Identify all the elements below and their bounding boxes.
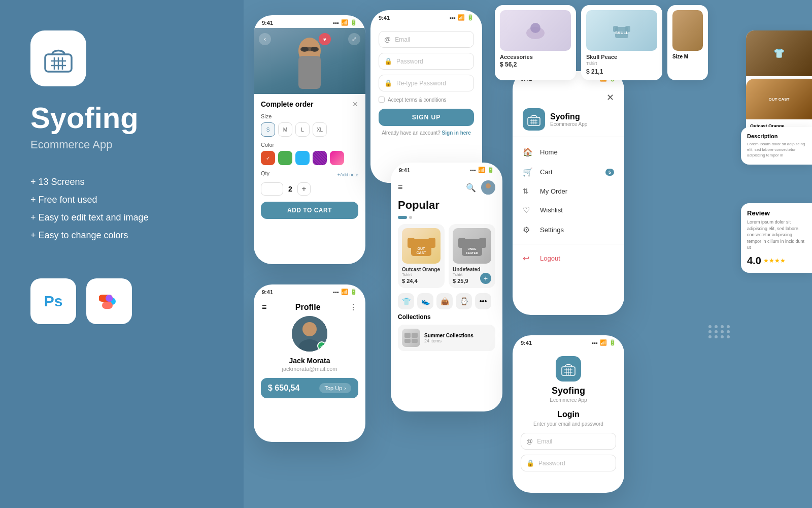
- verified-icon: ✓: [317, 341, 326, 351]
- hamburger-icon[interactable]: ≡: [398, 183, 402, 192]
- search-icon[interactable]: 🔍: [466, 183, 476, 193]
- back-btn[interactable]: ‹: [259, 33, 271, 45]
- order-icon: ⇅: [523, 187, 533, 195]
- category-icons: 👕 👟 👜 ⌚ •••: [391, 293, 502, 313]
- svg-point-20: [484, 189, 493, 195]
- collection-item[interactable]: Summer Collections 24 items: [398, 325, 495, 351]
- terms-checkbox[interactable]: [379, 97, 385, 103]
- dot-1[interactable]: [409, 216, 412, 219]
- figma-badge: [86, 278, 132, 324]
- password-field[interactable]: 🔒 Password: [379, 53, 474, 70]
- svg-point-19: [486, 183, 491, 188]
- nav-settings-label: Settings: [540, 226, 564, 234]
- sidebar-brand-name: Syofing: [550, 112, 587, 121]
- cat-shoes[interactable]: 👟: [417, 293, 433, 309]
- color-orange[interactable]: ✓: [261, 151, 275, 165]
- feature-2: + Free font used: [30, 195, 213, 205]
- svg-rect-22: [408, 238, 415, 248]
- color-pink[interactable]: [330, 151, 344, 165]
- phone-profile: 9:41 ▪▪▪ 📶 🔋 ≡ Profile ⋮ ✓ Jack Morata: [254, 284, 365, 442]
- email-placeholder: Email: [395, 36, 410, 43]
- qty-plus-btn[interactable]: +: [297, 182, 311, 196]
- qty-minus-box[interactable]: [261, 182, 283, 196]
- profile-more-icon[interactable]: ⋮: [349, 302, 357, 312]
- nav-settings[interactable]: ⚙ Settings: [513, 220, 624, 240]
- tool-badges: Ps: [30, 278, 213, 324]
- product-outcast[interactable]: OUT CAST Outcast Orange Tshirt $ 24,4: [398, 224, 445, 288]
- dot-active[interactable]: [398, 216, 407, 219]
- review-title: Review: [747, 209, 806, 217]
- header-icons: 🔍: [466, 180, 495, 195]
- app-subtitle: Ecommerce App: [30, 138, 213, 151]
- nav-cart-label: Cart: [540, 168, 553, 176]
- size-xl[interactable]: XL: [313, 122, 327, 137]
- order-title: Complete order: [261, 100, 313, 108]
- color-blue[interactable]: [295, 151, 310, 165]
- lock-icon: 🔒: [384, 57, 392, 65]
- size-label: Size: [261, 113, 358, 119]
- login-content: Syofing Ecommerce App Login Enter your e…: [513, 348, 624, 485]
- svg-rect-15: [298, 56, 321, 89]
- product-card-accessories: Accessories $ 56,2: [495, 5, 576, 80]
- cart-icon: 🛒: [523, 167, 533, 177]
- login-brand-icon: [556, 356, 581, 382]
- add-to-cart-btn[interactable]: ADD TO CART: [261, 202, 358, 219]
- svg-text:SKULL: SKULL: [615, 30, 629, 35]
- logout-icon: ↩: [523, 253, 533, 263]
- login-password-field[interactable]: 🔒 Password: [521, 455, 616, 471]
- nav-logout[interactable]: ↩ Logout: [513, 248, 624, 268]
- product-card-skull: SKULL Skull Peace Tshirt $ 21,1: [581, 5, 662, 80]
- phone-login: 9:41 ▪▪▪ 📶 🔋 Syofing Ecommerc: [513, 335, 624, 493]
- sidebar-brand-sub: Ecommerce App: [550, 121, 587, 127]
- collection-name: Summer Collections: [424, 333, 473, 338]
- popular-status-bar: 9:41 ▪▪▪ 📶 🔋: [391, 163, 502, 175]
- email-field[interactable]: @ Email: [379, 31, 474, 48]
- nav-myorder[interactable]: ⇅ My Order: [513, 182, 624, 200]
- color-section: Color ✓: [261, 142, 358, 165]
- cat-bag[interactable]: 👜: [436, 293, 453, 309]
- topup-button[interactable]: Top Up ›: [319, 383, 351, 393]
- login-email-field[interactable]: @ Email: [521, 433, 616, 450]
- size-l[interactable]: L: [295, 122, 310, 137]
- home-icon: 🏠: [523, 147, 533, 157]
- product-undefeated[interactable]: UNDE FEATED Undefeated Tshirt $ 25,9 +: [449, 224, 495, 288]
- nav-home[interactable]: 🏠 Home: [513, 142, 624, 162]
- desc-title: Description: [747, 133, 806, 139]
- color-green[interactable]: [278, 151, 292, 165]
- size-options: S M L XL: [261, 122, 358, 137]
- sidebar-close-btn[interactable]: ✕: [606, 92, 614, 103]
- user-avatar[interactable]: [481, 180, 495, 195]
- add-note[interactable]: +Add note: [337, 172, 358, 177]
- color-label: Color: [261, 142, 358, 148]
- retype-placeholder: Re-type Password: [396, 80, 446, 87]
- photoshop-badge: Ps: [30, 278, 76, 324]
- nav-cart[interactable]: 🛒 Cart 5: [513, 162, 624, 182]
- screens-area: Accessories $ 56,2 SKULL Skull Peace Tsh…: [244, 0, 812, 508]
- cat-more[interactable]: •••: [475, 293, 491, 309]
- retype-password-field[interactable]: 🔒 Re-type Password: [379, 75, 474, 91]
- signin-link[interactable]: Sign in here: [442, 130, 471, 136]
- login-email-icon: @: [526, 437, 533, 445]
- expand-btn[interactable]: ⤢: [348, 33, 360, 45]
- svg-text:UNDE: UNDE: [467, 247, 476, 250]
- wishlist-btn[interactable]: ♥: [319, 33, 331, 45]
- signup-btn[interactable]: SIGN UP: [379, 109, 474, 126]
- menu-icon-profile[interactable]: ≡: [262, 303, 266, 312]
- card-1-category: Accessories: [500, 54, 571, 60]
- review-stars: ★★★★: [763, 257, 786, 264]
- feature-3: + Easy to edit text and image: [30, 212, 213, 223]
- close-order-btn[interactable]: ✕: [352, 100, 358, 108]
- login-title: Login: [557, 410, 580, 419]
- terms-text: Accept terms & conditions: [388, 97, 447, 103]
- cat-shirt[interactable]: 👕: [398, 293, 414, 309]
- svg-rect-23: [428, 238, 435, 248]
- svg-rect-32: [412, 333, 418, 338]
- cat-watch[interactable]: ⌚: [456, 293, 472, 309]
- collection-thumb: [402, 329, 420, 347]
- nav-wishlist[interactable]: ♡ Wishlist: [513, 200, 624, 220]
- color-purple[interactable]: [313, 151, 327, 165]
- size-m[interactable]: M: [278, 122, 292, 137]
- size-s[interactable]: S: [261, 122, 275, 137]
- add-to-cart-circle[interactable]: +: [480, 273, 491, 284]
- login-email-text: Email: [537, 438, 552, 445]
